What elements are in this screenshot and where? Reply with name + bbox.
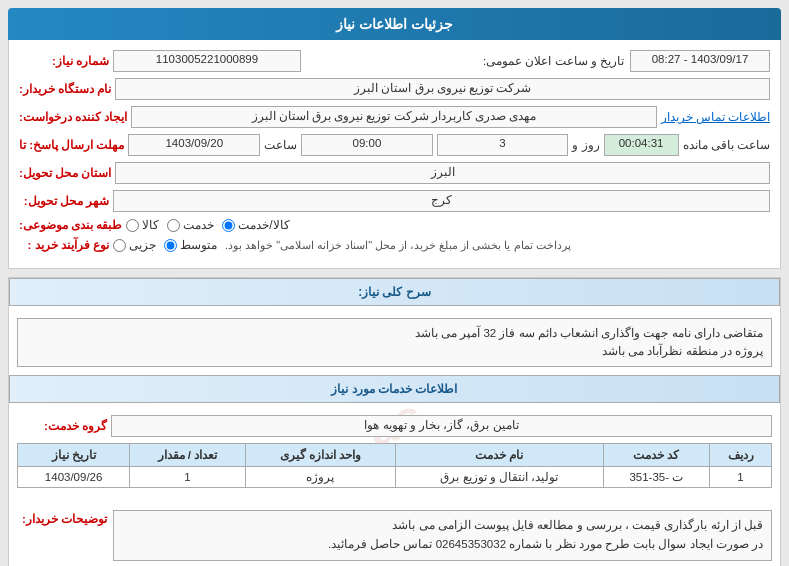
order-type-mid-radio[interactable]: [164, 239, 177, 252]
category-goods-label: کالا: [142, 218, 159, 232]
category-label: طبقه بندی موضوعی:: [19, 218, 122, 232]
page-title: جزئیات اطلاعات نیاز: [336, 16, 453, 32]
order-type-mid-label: متوسط: [180, 238, 217, 252]
category-goods-radio[interactable]: [126, 219, 139, 232]
table-row: 1 ت -35-351 تولید، انتقال و توزیع برق پر…: [18, 466, 772, 487]
category-goods-item: کالا: [126, 218, 159, 232]
col-unit: واحد اندازه گیری: [245, 443, 395, 466]
deadline-time: 09:00: [301, 134, 433, 156]
deadline-date: 1403/09/20: [128, 134, 260, 156]
requester-contact-link[interactable]: اطلاعات تماس خریدار: [661, 110, 770, 124]
date-label: تاریخ و ساعت اعلان عمومی:: [483, 54, 624, 68]
col-code: کد خدمت: [603, 443, 709, 466]
service-group-value: تامین برق، گاز، بخار و تهویه هوا: [111, 415, 772, 437]
category-both-label: کالا/خدمت: [238, 218, 289, 232]
category-both-radio[interactable]: [222, 219, 235, 232]
category-both-item: کالا/خدمت: [222, 218, 289, 232]
order-type-part-item: جزیی: [113, 238, 156, 252]
need-number-value: 1103005221000899: [113, 50, 301, 72]
order-type-part-radio[interactable]: [113, 239, 126, 252]
order-type-part-label: جزیی: [129, 238, 156, 252]
deadline-days: 3: [437, 134, 569, 156]
col-name: نام خدمت: [395, 443, 603, 466]
category-service-radio[interactable]: [167, 219, 180, 232]
order-type-label: نوع فرآیند خرید :: [19, 238, 109, 252]
time-label: ساعت: [264, 138, 297, 152]
remaining-time: 00:04:31: [604, 134, 679, 156]
date-value: 1403/09/17 - 08:27: [630, 50, 770, 72]
service-table: ردیف کد خدمت نام خدمت واحد اندازه گیری ت…: [17, 443, 772, 488]
requester-value: مهدی صدری کاربردار شرکت توزیع نیروی برق …: [131, 106, 656, 128]
need-number-label: شماره نیاز:: [19, 54, 109, 68]
col-row: ردیف: [710, 443, 772, 466]
col-qty: تعداد / مقدار: [130, 443, 245, 466]
buyer-notes-label: توضیحات خریدار:: [17, 510, 107, 526]
category-service-item: خدمت: [167, 218, 214, 232]
delivery-city-value: کرج: [113, 190, 770, 212]
delivery-province-value: البرز: [115, 162, 770, 184]
days-label: روز و: [572, 138, 599, 152]
buyer-org-value: شرکت توزیع نیروی برق استان البرز: [115, 78, 770, 100]
page-header: جزئیات اطلاعات نیاز: [8, 8, 781, 40]
order-type-mid-item: متوسط: [164, 238, 217, 252]
need-description-text: متقاضی دارای نامه جهت واگذاری انشعاب دائ…: [17, 318, 772, 367]
remaining-label: ساعت باقی مانده: [683, 138, 770, 152]
service-info-title: اطلاعات خدمات مورد نیاز: [9, 375, 780, 403]
requester-label: ایجاد کننده درخواست:: [19, 110, 127, 124]
order-type-note: پرداخت تمام یا بخشی از مبلغ خرید، از محل…: [225, 239, 571, 252]
need-description-title: سرح کلی نیاز:: [9, 278, 780, 306]
buyer-notes-content: قبل از ارئه بارگذاری قیمت ، بررسی و مطال…: [113, 510, 772, 561]
buyer-org-label: نام دستگاه خریدار:: [19, 82, 111, 96]
response-deadline-label: مهلت ارسال پاسخ: تا: [19, 138, 124, 152]
col-date: تاریخ نیاز: [18, 443, 130, 466]
delivery-city-label: شهر محل تحویل:: [19, 194, 109, 208]
service-group-label: گروه خدمت:: [17, 419, 107, 433]
category-service-label: خدمت: [183, 218, 214, 232]
delivery-province-label: استان محل تحویل:: [19, 166, 111, 180]
